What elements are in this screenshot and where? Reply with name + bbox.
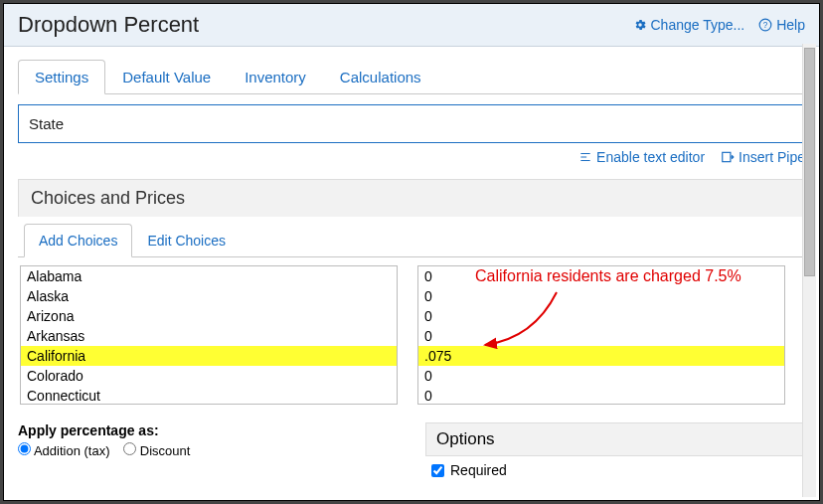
svg-text:?: ? (763, 21, 768, 30)
apply-as-addition-label: Addition (tax) (34, 443, 110, 458)
state-row[interactable]: Alaska (21, 286, 397, 306)
name-input-actions: Enable text editor Insert Pipe (18, 149, 805, 165)
gear-icon (633, 18, 647, 32)
modal-scrollbar[interactable] (802, 44, 816, 497)
states-listbox[interactable]: AlabamaAlaskaArizonaArkansasCaliforniaCo… (20, 265, 398, 405)
text-editor-icon (578, 150, 592, 164)
apply-as-addition-option[interactable]: Addition (tax) (18, 443, 113, 458)
state-row[interactable]: Colorado (21, 366, 397, 386)
apply-percentage-group: Apply percentage as: Addition (tax) Disc… (18, 422, 406, 478)
state-row[interactable]: Arkansas (21, 326, 397, 346)
change-type-label: Change Type... (651, 17, 745, 33)
state-row[interactable]: Arizona (21, 306, 397, 326)
price-row[interactable]: 0 (418, 266, 784, 286)
subtab-add-choices[interactable]: Add Choices (24, 224, 132, 257)
price-row[interactable]: 0 (418, 386, 784, 405)
apply-as-addition-radio[interactable] (18, 442, 31, 455)
price-row[interactable]: 0 (418, 366, 784, 386)
insert-pipe-icon (721, 150, 735, 164)
state-row[interactable]: Connecticut (21, 386, 397, 405)
options-section: Options Required (425, 422, 805, 478)
state-row[interactable]: Alabama (21, 266, 397, 286)
insert-pipe-label: Insert Pipe (739, 149, 805, 165)
apply-as-discount-label: Discount (140, 443, 191, 458)
modal-header: Dropdown Percent Change Type... ? Help (4, 4, 819, 47)
svg-rect-2 (723, 152, 731, 161)
enable-text-editor-link[interactable]: Enable text editor (578, 149, 705, 165)
tab-inventory[interactable]: Inventory (228, 60, 323, 94)
modal-body: Settings Default Value Inventory Calcula… (4, 47, 819, 500)
tab-calculations[interactable]: Calculations (323, 60, 438, 94)
field-name-input[interactable] (18, 104, 805, 143)
options-title: Options (425, 422, 805, 456)
choices-grid: AlabamaAlaskaArizonaArkansasCaliforniaCo… (18, 257, 805, 415)
price-row[interactable]: .075 (418, 346, 784, 366)
apply-as-discount-option[interactable]: Discount (123, 443, 190, 458)
help-link[interactable]: ? Help (758, 17, 805, 33)
tab-settings[interactable]: Settings (18, 60, 105, 94)
price-row[interactable]: 0 (418, 306, 784, 326)
insert-pipe-link[interactable]: Insert Pipe (721, 149, 805, 165)
help-label: Help (776, 17, 805, 33)
change-type-link[interactable]: Change Type... (633, 17, 745, 33)
modal-title: Dropdown Percent (18, 12, 199, 38)
prices-listbox[interactable]: 0000.075000 (417, 265, 785, 405)
choices-subtabs: Add Choices Edit Choices (18, 217, 805, 257)
tab-default-value[interactable]: Default Value (105, 60, 228, 94)
footer-area: Apply percentage as: Addition (tax) Disc… (18, 422, 805, 478)
modal: Dropdown Percent Change Type... ? Help S… (3, 3, 820, 501)
apply-as-discount-radio[interactable] (123, 442, 136, 455)
required-checkbox[interactable] (431, 464, 444, 477)
choices-section-title: Choices and Prices (18, 179, 805, 217)
price-row[interactable]: 0 (418, 326, 784, 346)
subtab-edit-choices[interactable]: Edit Choices (132, 224, 241, 257)
required-label: Required (450, 462, 507, 478)
main-tabs: Settings Default Value Inventory Calcula… (18, 59, 805, 94)
scrollbar-thumb[interactable] (804, 48, 815, 276)
header-actions: Change Type... ? Help (633, 17, 806, 33)
enable-text-editor-label: Enable text editor (596, 149, 705, 165)
state-row[interactable]: California (21, 346, 397, 366)
apply-percentage-label: Apply percentage as: (18, 422, 406, 438)
question-icon: ? (758, 18, 772, 32)
price-row[interactable]: 0 (418, 286, 784, 306)
options-body: Required (425, 462, 805, 478)
